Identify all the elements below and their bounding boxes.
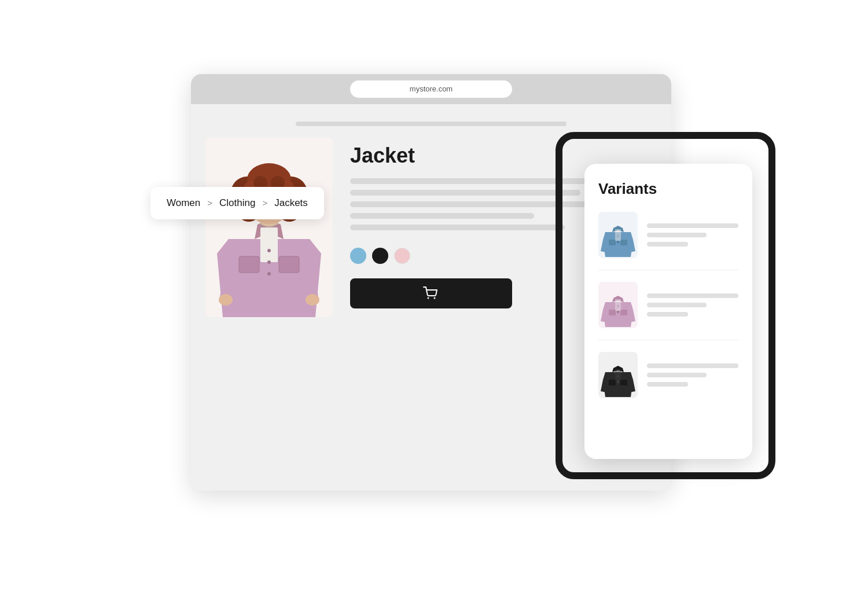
breadcrumb-sep-2: > (262, 198, 267, 208)
description-line-4 (350, 213, 534, 219)
variant-line (647, 233, 707, 237)
svg-point-31 (617, 241, 619, 243)
svg-rect-34 (615, 229, 621, 241)
browser-bar: mystore.com (191, 74, 671, 104)
variant-pink-info (647, 293, 738, 317)
variant-thumb-blue (598, 212, 638, 258)
svg-rect-39 (620, 310, 627, 315)
breadcrumb-sep-1: > (207, 198, 212, 208)
description-line-2 (350, 190, 580, 196)
variant-line (647, 373, 707, 377)
svg-point-25 (219, 294, 233, 306)
variant-line (647, 242, 688, 247)
svg-rect-40 (615, 299, 621, 311)
svg-point-3 (267, 260, 271, 264)
variant-jacket-pink (598, 282, 638, 328)
variant-line (647, 363, 738, 368)
svg-point-26 (306, 294, 319, 306)
breadcrumb-women[interactable]: Women (167, 197, 200, 209)
svg-point-37 (617, 311, 619, 313)
svg-rect-46 (615, 369, 621, 381)
svg-point-2 (267, 249, 271, 252)
variant-line (647, 312, 688, 317)
breadcrumb-clothing[interactable]: Clothing (219, 197, 255, 209)
variant-line (647, 382, 688, 387)
breadcrumb-card: Women > Clothing > Jackets (150, 187, 324, 219)
svg-rect-33 (620, 240, 627, 245)
description-line-5 (350, 225, 565, 230)
svg-point-4 (267, 272, 271, 275)
variant-blue-info (647, 223, 738, 247)
variant-line (647, 293, 738, 298)
svg-rect-38 (609, 310, 616, 315)
variants-title: Variants (598, 180, 738, 198)
breadcrumb-jackets[interactable]: Jackets (274, 197, 308, 209)
browser-url[interactable]: mystore.com (350, 80, 512, 98)
description-line-3 (350, 201, 611, 207)
svg-point-43 (617, 381, 619, 383)
variant-jacket-black (598, 352, 638, 398)
variant-line (647, 303, 707, 307)
swatch-pink[interactable] (394, 248, 410, 264)
svg-point-28 (434, 297, 436, 299)
url-text: mystore.com (410, 84, 453, 93)
cart-icon (423, 286, 439, 300)
svg-point-27 (428, 297, 429, 299)
swatch-black[interactable] (372, 248, 388, 264)
variant-item-black[interactable] (598, 352, 738, 410)
variant-black-info (647, 363, 738, 387)
scene: mystore.com (116, 74, 752, 525)
variant-thumb-black (598, 352, 638, 398)
svg-rect-45 (620, 380, 627, 385)
product-image (205, 138, 333, 317)
model-image (205, 138, 333, 317)
svg-rect-1 (260, 227, 278, 262)
variant-thumb-pink (598, 282, 638, 328)
svg-rect-32 (609, 240, 616, 245)
svg-rect-44 (609, 380, 616, 385)
variants-panel: Variants (584, 164, 752, 459)
svg-rect-5 (239, 256, 259, 273)
variant-jacket-blue (598, 212, 638, 258)
variant-item-blue[interactable] (598, 212, 738, 270)
variant-item-pink[interactable] (598, 282, 738, 340)
variant-line (647, 223, 738, 228)
swatch-blue[interactable] (350, 248, 366, 264)
add-to-cart-button[interactable] (350, 278, 512, 308)
svg-rect-6 (279, 256, 299, 273)
